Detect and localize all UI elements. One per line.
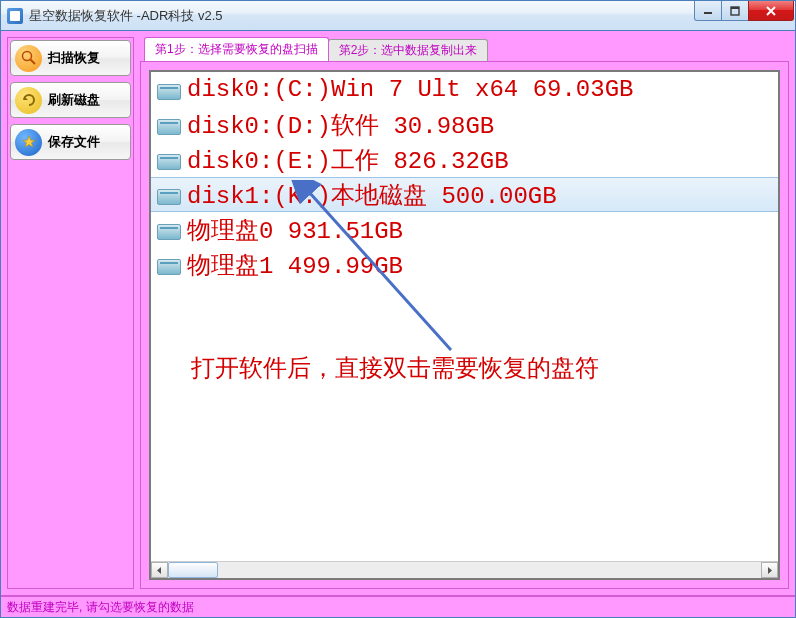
sidebar: 扫描恢复 刷新磁盘 保存文件 — [7, 37, 134, 589]
scroll-thumb[interactable] — [168, 562, 218, 578]
star-icon — [15, 129, 42, 156]
disk-row[interactable]: disk1:(K:)本地磁盘 500.00GB — [151, 177, 778, 212]
minimize-button[interactable] — [694, 1, 722, 21]
content-area: 第1步：选择需要恢复的盘扫描 第2步：选中数据复制出来 disk0:(C:)Wi… — [140, 37, 789, 589]
refresh-disk-button[interactable]: 刷新磁盘 — [10, 82, 131, 118]
titlebar[interactable]: 星空数据恢复软件 -ADR科技 v2.5 — [1, 1, 795, 31]
disk-row[interactable]: 物理盘1 499.99GB — [151, 247, 778, 282]
drive-icon — [157, 80, 181, 100]
maximize-button[interactable] — [721, 1, 749, 21]
app-icon — [7, 8, 23, 24]
status-text: 数据重建完毕, 请勾选要恢复的数据 — [7, 599, 194, 616]
tab-bar: 第1步：选择需要恢复的盘扫描 第2步：选中数据复制出来 — [140, 37, 789, 61]
status-bar: 数据重建完毕, 请勾选要恢复的数据 — [1, 595, 795, 617]
scan-recover-button[interactable]: 扫描恢复 — [10, 40, 131, 76]
svg-line-6 — [30, 60, 35, 65]
refresh-icon — [15, 87, 42, 114]
disk-row[interactable]: disk0:(D:)软件 30.98GB — [151, 107, 778, 142]
disk-label: disk0:(E:)工作 826.32GB — [187, 144, 509, 176]
save-file-label: 保存文件 — [48, 133, 100, 151]
disk-row[interactable]: disk0:(C:)Win 7 Ult x64 69.03GB — [151, 72, 778, 107]
tab-step2[interactable]: 第2步：选中数据复制出来 — [328, 39, 489, 61]
drive-icon — [157, 185, 181, 205]
disk-row[interactable]: 物理盘0 931.51GB — [151, 212, 778, 247]
drive-icon — [157, 150, 181, 170]
disk-label: disk0:(C:)Win 7 Ult x64 69.03GB — [187, 76, 633, 103]
close-button[interactable] — [748, 1, 794, 21]
disk-row[interactable]: disk0:(E:)工作 826.32GB — [151, 142, 778, 177]
save-file-button[interactable]: 保存文件 — [10, 124, 131, 160]
drive-icon — [157, 255, 181, 275]
svg-point-5 — [22, 52, 31, 61]
scroll-left-button[interactable] — [151, 562, 168, 578]
disk-list[interactable]: disk0:(C:)Win 7 Ult x64 69.03GBdisk0:(D:… — [151, 72, 778, 561]
window-title: 星空数据恢复软件 -ADR科技 v2.5 — [29, 7, 695, 25]
app-window: 星空数据恢复软件 -ADR科技 v2.5 扫描恢复 — [0, 0, 796, 618]
disk-list-container: disk0:(C:)Win 7 Ult x64 69.03GBdisk0:(D:… — [149, 70, 780, 580]
disk-label: disk1:(K:)本地磁盘 500.00GB — [187, 179, 557, 211]
disk-label: 物理盘1 499.99GB — [187, 249, 403, 281]
scroll-right-button[interactable] — [761, 562, 778, 578]
annotation-text: 打开软件后，直接双击需要恢复的盘符 — [191, 352, 599, 384]
horizontal-scrollbar[interactable] — [151, 561, 778, 578]
disk-label: 物理盘0 931.51GB — [187, 214, 403, 246]
magnify-icon — [15, 45, 42, 72]
scan-recover-label: 扫描恢复 — [48, 49, 100, 67]
panel-step1: disk0:(C:)Win 7 Ult x64 69.03GBdisk0:(D:… — [140, 61, 789, 589]
tab-step1[interactable]: 第1步：选择需要恢复的盘扫描 — [144, 37, 329, 61]
drive-icon — [157, 220, 181, 240]
disk-label: disk0:(D:)软件 30.98GB — [187, 109, 494, 141]
drive-icon — [157, 115, 181, 135]
scroll-track[interactable] — [168, 562, 761, 578]
refresh-disk-label: 刷新磁盘 — [48, 91, 100, 109]
